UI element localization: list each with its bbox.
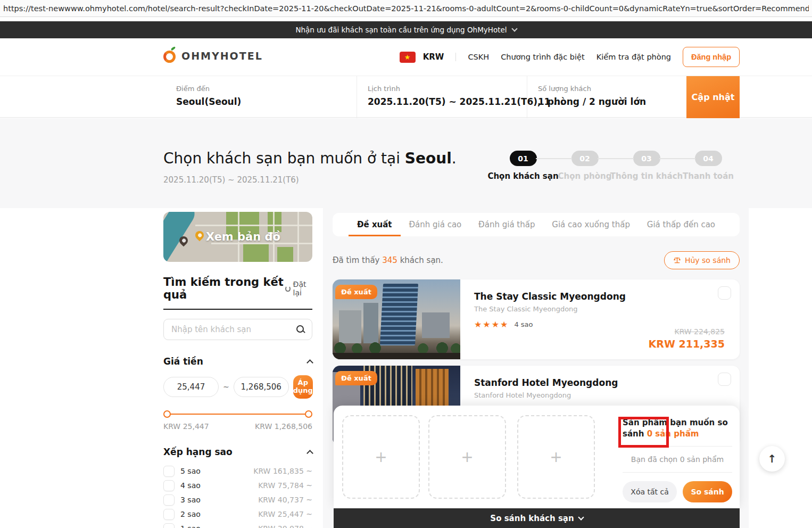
- filter-title: Tìm kiếm trong kết quả: [163, 276, 285, 301]
- star-filter-5: 5 sao KRW 161,835 ~: [163, 466, 312, 476]
- price-min-label: KRW 25,447: [163, 422, 209, 431]
- star-filter-1: 1 sao KRW 30,078 ~: [163, 523, 312, 528]
- results-summary-row: Đã tìm thấy 345 khách sạn. Hủy so sánh: [333, 251, 740, 269]
- step-select-room: 02 Chọn phòng: [554, 151, 616, 181]
- guests-label: Số lượng khách: [538, 85, 686, 93]
- compare-slot-1[interactable]: +: [342, 415, 420, 499]
- nav-item-check-booking[interactable]: Kiểm tra đặt phòng: [596, 53, 671, 61]
- guests-value[interactable]: 1 phòng / 2 người lớn: [538, 96, 686, 107]
- compare-checkbox[interactable]: [718, 286, 731, 300]
- destination-value[interactable]: Seoul(Seoul): [176, 96, 357, 107]
- tab-price-high-low[interactable]: Giá cao xuống thấp: [549, 213, 633, 236]
- star-filter-4: 4 sao KRW 75,784 ~: [163, 480, 312, 491]
- header-divider: [455, 53, 456, 61]
- progress-steps: 01 Chọn khách sạn 02 Chọn phòng 03 Thông…: [492, 151, 740, 181]
- hotel-name-input[interactable]: [163, 319, 312, 340]
- vietnam-flag-icon[interactable]: ★: [400, 52, 416, 63]
- scroll-to-top-button[interactable]: ↑: [759, 446, 785, 472]
- nav-item-cskh[interactable]: CSKH: [468, 53, 489, 61]
- cancel-compare-button[interactable]: Hủy so sánh: [664, 251, 740, 269]
- right-margin-background: [749, 208, 812, 528]
- plus-icon: +: [375, 448, 387, 466]
- compare-panel: + + + Sản phẩm bạn muốn so sánh 0 sản ph…: [334, 406, 740, 508]
- compare-button[interactable]: So sánh: [683, 481, 732, 502]
- slider-handle-min[interactable]: [163, 410, 171, 418]
- step-select-hotel: 01 Chọn khách sạn: [492, 151, 554, 181]
- tab-rating-low[interactable]: Đánh giá thấp: [475, 213, 538, 236]
- star-icons: ★★★★: [474, 319, 509, 329]
- chevron-up-icon[interactable]: [306, 450, 313, 457]
- tab-price-low-high[interactable]: Giá thấp đến cao: [644, 213, 718, 236]
- site-header: OHMYHOTEL ★ KRW CSKH Chương trình đặc bi…: [0, 38, 812, 76]
- results-count-text: Đã tìm thấy 345 khách sạn.: [333, 255, 443, 265]
- compare-summary: Sản phẩm bạn muốn so sánh 0 sản phẩm Bạn…: [623, 417, 732, 502]
- compare-footer-toggle[interactable]: So sánh khách sạn: [334, 508, 740, 528]
- price-min-input[interactable]: [163, 377, 219, 397]
- chevron-down-icon: [578, 514, 584, 520]
- sort-tabs: Đề xuất Đánh giá cao Đánh giá thấp Giá c…: [333, 213, 740, 236]
- page: https://test-newwww.ohmyhotel.com/hotel/…: [0, 0, 812, 528]
- recommended-badge: Đề xuất: [335, 285, 377, 299]
- hotel-name[interactable]: The Stay Classic Myeongdong: [474, 291, 708, 302]
- price-range-slider: [163, 410, 312, 418]
- checkbox-4-sao[interactable]: [163, 480, 175, 491]
- date-range-subtitle: 2025.11.20(T5) ~ 2025.11.21(T6): [163, 175, 299, 185]
- promo-banner[interactable]: Nhận ưu đãi khách sạn toàn cầu trên ứng …: [0, 21, 812, 38]
- header-nav: ★ KRW CSKH Chương trình đặc biệt Kiểm tr…: [400, 38, 740, 76]
- schedule-value[interactable]: 2025.11.20(T5) ~ 2025.11.21(T6), 1 ...: [368, 96, 527, 107]
- map-preview-button[interactable]: Xem bản đồ: [163, 212, 312, 262]
- compare-selected-text: Bạn đã chọn 0 sản phẩm: [623, 455, 732, 464]
- slider-handle-max[interactable]: [305, 410, 312, 418]
- price-range-labels: KRW 25,447 KRW 1,268,506: [163, 422, 312, 431]
- schedule-label: Lịch trình: [368, 85, 527, 93]
- logo-text: OHMYHOTEL: [181, 50, 263, 62]
- price-max-input[interactable]: [234, 377, 289, 397]
- recommended-badge: Đề xuất: [335, 371, 377, 385]
- tab-recommended[interactable]: Đề xuất: [354, 213, 395, 236]
- scale-icon: [673, 257, 681, 264]
- hotel-card-the-stay-classic[interactable]: Đề xuất The Stay Classic Myeongdong The …: [333, 279, 740, 359]
- step-number: 01: [510, 151, 537, 166]
- checkbox-5-sao[interactable]: [163, 466, 175, 477]
- price-tilde: ~: [223, 383, 229, 391]
- nav-item-special-program[interactable]: Chương trình đặc biệt: [501, 53, 585, 61]
- step-number: 02: [571, 151, 599, 166]
- star-section-title: Xếp hạng sao: [163, 447, 233, 457]
- checkbox-1-sao[interactable]: [163, 523, 175, 528]
- browser-url-bar[interactable]: https://test-newwww.ohmyhotel.com/hotel/…: [0, 0, 812, 17]
- price-section-header: Giá tiền: [163, 356, 312, 367]
- step-number: 04: [695, 151, 722, 166]
- compare-footer-label: So sánh khách sạn: [490, 514, 574, 523]
- compare-slot-2[interactable]: +: [428, 415, 506, 499]
- hotel-name-search: [163, 319, 312, 340]
- tab-rating-high[interactable]: Đánh giá cao: [405, 213, 465, 236]
- update-search-button[interactable]: Cập nhật: [686, 76, 740, 118]
- checkbox-2-sao[interactable]: [163, 509, 175, 520]
- destination-field[interactable]: Điểm đến Seoul(Seoul): [163, 76, 357, 118]
- compare-checkbox[interactable]: [718, 373, 731, 386]
- chevron-up-icon[interactable]: [306, 359, 313, 366]
- search-icon[interactable]: [296, 325, 305, 334]
- hotel-name[interactable]: Stanford Hotel Myeongdong: [474, 377, 708, 388]
- apply-price-button[interactable]: Áp dụng: [293, 375, 313, 399]
- promo-banner-text: Nhận ưu đãi khách sạn toàn cầu trên ứng …: [295, 26, 507, 34]
- schedule-field[interactable]: Lịch trình 2025.11.20(T5) ~ 2025.11.21(T…: [357, 76, 527, 118]
- logo[interactable]: OHMYHOTEL: [163, 49, 263, 63]
- plus-icon: +: [550, 448, 562, 466]
- divider: [623, 472, 732, 473]
- destination-label: Điểm đến: [176, 85, 357, 93]
- url-text[interactable]: https://test-newwww.ohmyhotel.com/hotel/…: [3, 4, 809, 13]
- login-button[interactable]: Đăng nhập: [683, 47, 740, 67]
- reset-filters-button[interactable]: Đặt lại: [285, 280, 312, 297]
- guests-field[interactable]: Số lượng khách 1 phòng / 2 người lớn: [527, 76, 686, 118]
- compare-slot-3[interactable]: +: [517, 415, 595, 499]
- filter-sidebar: Xem bản đồ Tìm kiếm trong kết quả Đặt lạ…: [163, 212, 312, 528]
- filter-header: Tìm kiếm trong kết quả Đặt lại: [163, 276, 312, 310]
- currency-selector[interactable]: KRW: [423, 52, 444, 62]
- page-title: Chọn khách sạn bạn muốn ở tại Seoul.: [163, 150, 457, 167]
- chevron-down-icon[interactable]: [511, 26, 517, 31]
- checkbox-3-sao[interactable]: [163, 494, 175, 506]
- step-number: 03: [633, 151, 660, 166]
- clear-all-button[interactable]: Xóa tất cả: [623, 481, 677, 502]
- refresh-icon: [285, 286, 291, 292]
